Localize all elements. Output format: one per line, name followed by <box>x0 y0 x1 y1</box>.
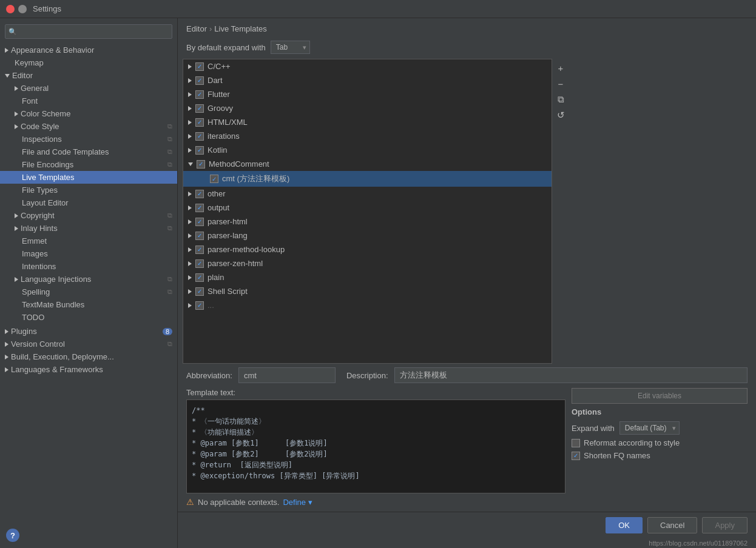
group-more[interactable]: ... <box>183 298 552 312</box>
sidebar-item-font[interactable]: Font <box>0 95 177 107</box>
sidebar-item-emmet[interactable]: Emmet <box>0 235 177 247</box>
right-options <box>569 59 751 364</box>
sidebar-item-general[interactable]: General <box>0 82 177 95</box>
copy-icon: ⧉ <box>167 212 172 219</box>
checkbox-parser-html[interactable] <box>195 218 204 226</box>
checkbox-methodcomment[interactable] <box>197 160 205 169</box>
reset-template-button[interactable]: ↺ <box>554 109 567 122</box>
ok-button[interactable]: OK <box>606 517 643 533</box>
remove-template-button[interactable]: − <box>554 77 567 90</box>
sidebar-item-label: Copyright <box>21 211 55 220</box>
expand-icon <box>188 120 192 125</box>
checkbox-more[interactable] <box>195 301 204 310</box>
checkbox-groovy[interactable] <box>195 104 204 113</box>
sidebar-item-code-style[interactable]: Code Style ⧉ <box>0 120 177 133</box>
apply-button[interactable]: Apply <box>702 517 748 533</box>
group-plain[interactable]: plain <box>183 270 552 284</box>
group-label: other <box>208 189 226 198</box>
options-title: Options <box>572 407 748 416</box>
group-iterations[interactable]: iterations <box>183 129 552 143</box>
reformat-checkbox[interactable] <box>572 439 580 447</box>
sidebar-item-inlay-hints[interactable]: Inlay Hints ⧉ <box>0 222 177 235</box>
checkbox-plain[interactable] <box>195 273 204 282</box>
group-output[interactable]: output <box>183 201 552 215</box>
checkbox-parser-lang[interactable] <box>195 232 204 240</box>
search-icon: 🔍 <box>8 28 17 36</box>
group-cc[interactable]: C/C++ <box>183 59 552 73</box>
checkbox-cmt[interactable] <box>210 175 218 183</box>
edit-variables-button[interactable]: Edit variables <box>572 388 748 404</box>
sidebar-item-label: File and Code Templates <box>22 147 109 156</box>
sidebar-item-editor[interactable]: Editor <box>0 69 177 82</box>
group-parser-method-lookup[interactable]: parser-method-lookup <box>183 242 552 256</box>
sidebar-item-todo[interactable]: TODO <box>0 311 177 324</box>
expand-select[interactable]: Tab Enter Space <box>271 41 310 54</box>
checkbox-flutter[interactable] <box>195 90 204 99</box>
define-link[interactable]: Define ▾ <box>283 498 312 507</box>
group-parser-html[interactable]: parser-html <box>183 215 552 229</box>
sidebar-item-file-encodings[interactable]: File Encodings ⧉ <box>0 158 177 171</box>
expand-icon <box>188 275 192 280</box>
template-item-label: cmt (方法注释模板) <box>222 173 289 184</box>
sidebar-item-build-exec-deploy[interactable]: Build, Execution, Deployme... <box>0 350 177 363</box>
sidebar-item-keymap[interactable]: Keymap <box>0 56 177 69</box>
search-input[interactable] <box>5 24 172 39</box>
expand-with-select[interactable]: Default (Tab) Tab Enter Space <box>619 421 680 435</box>
warning-row: ⚠ No applicable contexts. Define ▾ <box>186 497 565 507</box>
checkbox-shell-script[interactable] <box>195 287 204 296</box>
checkbox-dart[interactable] <box>195 76 204 85</box>
cancel-button[interactable]: Cancel <box>647 517 697 533</box>
add-template-button[interactable]: + <box>554 61 567 75</box>
checkbox-parser-method-lookup[interactable] <box>195 246 204 254</box>
checkbox-iterations[interactable] <box>195 132 204 141</box>
sidebar-item-file-code-templates[interactable]: File and Code Templates ⧉ <box>0 145 177 158</box>
sidebar-item-appearance[interactable]: Appearance & Behavior <box>0 44 177 56</box>
template-text: /** * 〈一句话功能简述〉 * 〈功能详细描述〉 * @param [参数1… <box>186 399 565 493</box>
expand-icon <box>15 86 18 91</box>
checkbox-parser-zen-html[interactable] <box>195 259 204 268</box>
sidebar-item-color-scheme[interactable]: Color Scheme <box>0 107 177 120</box>
sidebar-item-plugins[interactable]: Plugins 8 <box>0 325 177 338</box>
checkbox-other[interactable] <box>195 190 204 198</box>
sidebar-item-images[interactable]: Images <box>0 247 177 260</box>
checkbox-kotlin[interactable] <box>195 146 204 155</box>
sidebar-item-version-control[interactable]: Version Control ⧉ <box>0 338 177 350</box>
group-kotlin[interactable]: Kotlin <box>183 143 552 157</box>
group-methodcomment[interactable]: MethodComment <box>183 157 552 171</box>
sidebar-item-file-types[interactable]: File Types <box>0 184 177 196</box>
sidebar-item-copyright[interactable]: Copyright ⧉ <box>0 209 177 222</box>
tpl-label: Template text: <box>186 388 235 397</box>
template-item-cmt[interactable]: cmt (方法注释模板) <box>183 171 552 187</box>
checkbox-cc[interactable] <box>195 62 204 71</box>
title-bar: Settings <box>0 0 756 18</box>
group-other[interactable]: other <box>183 187 552 201</box>
sidebar-item-intentions[interactable]: Intentions <box>0 260 177 273</box>
group-groovy[interactable]: Groovy <box>183 101 552 115</box>
sidebar-item-textmate-bundles[interactable]: TextMate Bundles <box>0 298 177 311</box>
checkbox-output[interactable] <box>195 204 204 212</box>
checkbox-htmlxml[interactable] <box>195 118 204 127</box>
close-button[interactable] <box>6 5 15 13</box>
group-label: parser-method-lookup <box>208 245 285 254</box>
sidebar-item-inspections[interactable]: Inspections ⧉ <box>0 133 177 145</box>
sidebar-item-languages-frameworks[interactable]: Languages & Frameworks <box>0 363 177 376</box>
sidebar-item-label: Editor <box>12 71 33 80</box>
minimize-button[interactable] <box>18 5 27 13</box>
help-button[interactable]: ? <box>6 529 19 542</box>
sidebar-item-spelling[interactable]: Spelling ⧉ <box>0 286 177 298</box>
group-htmlxml[interactable]: HTML/XML <box>183 115 552 129</box>
group-parser-zen-html[interactable]: parser-zen-html <box>183 256 552 270</box>
description-input[interactable] <box>394 367 748 383</box>
group-parser-lang[interactable]: parser-lang <box>183 229 552 242</box>
abbreviation-input[interactable] <box>238 367 336 383</box>
expand-icon <box>188 106 192 111</box>
sidebar-item-live-templates[interactable]: Live Templates <box>0 171 177 184</box>
copy-template-button[interactable]: ⧉ <box>554 93 567 106</box>
group-shell-script[interactable]: Shell Script <box>183 284 552 298</box>
sidebar-item-language-injections[interactable]: Language Injections ⧉ <box>0 273 177 286</box>
shorten-fq-checkbox[interactable] <box>572 452 580 460</box>
group-flutter[interactable]: Flutter <box>183 87 552 101</box>
expand-icon <box>15 124 18 129</box>
group-dart[interactable]: Dart <box>183 73 552 87</box>
sidebar-item-layout-editor[interactable]: Layout Editor <box>0 196 177 209</box>
